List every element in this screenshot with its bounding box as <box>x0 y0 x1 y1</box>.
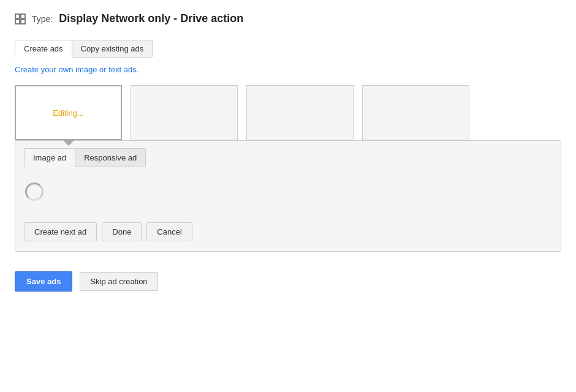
image-ad-tab[interactable]: Image ad <box>24 148 75 167</box>
grid-icon <box>15 13 26 24</box>
svg-rect-3 <box>21 20 25 24</box>
ad-edit-panel: Image ad Responsive ad Create next ad Do… <box>15 140 561 252</box>
page-container: Type: Display Network only - Drive actio… <box>0 0 576 304</box>
svg-rect-2 <box>15 20 20 24</box>
thumb-row: Editing... <box>15 85 561 140</box>
subtitle-text: Create your own image or text ads. <box>15 65 561 74</box>
thumbnails-and-panel: Editing... Image ad Responsive ad Create… <box>15 85 561 252</box>
responsive-ad-tab[interactable]: Responsive ad <box>75 148 146 167</box>
create-ads-tab[interactable]: Create ads <box>15 40 72 58</box>
subtitle-content: Create your own image or text ads. <box>15 65 138 74</box>
create-next-ad-button[interactable]: Create next ad <box>24 222 97 241</box>
ad-edit-content <box>15 167 561 216</box>
ad-thumbnail-1[interactable]: Editing... <box>15 85 122 140</box>
ad-edit-actions: Create next ad Done Cancel <box>15 216 561 251</box>
loading-spinner <box>25 183 44 201</box>
ad-thumbnail-4[interactable] <box>362 85 469 140</box>
ad-thumbnail-2[interactable] <box>131 85 238 140</box>
save-ads-button[interactable]: Save ads <box>15 271 72 292</box>
svg-rect-1 <box>21 14 25 18</box>
cancel-button[interactable]: Cancel <box>146 222 192 241</box>
ad-type-tab-row: Image ad Responsive ad <box>15 141 561 167</box>
type-label: Type: <box>32 14 53 24</box>
svg-rect-0 <box>15 14 20 18</box>
page-title: Display Network only - Drive action <box>59 12 243 25</box>
page-title-row: Type: Display Network only - Drive actio… <box>15 12 561 25</box>
done-button[interactable]: Done <box>102 222 142 241</box>
bottom-actions: Save ads Skip ad creation <box>15 271 561 292</box>
ad-thumbnail-3[interactable] <box>246 85 354 140</box>
copy-existing-ads-tab[interactable]: Copy existing ads <box>72 40 153 58</box>
top-tab-row: Create ads Copy existing ads <box>15 40 561 58</box>
skip-ad-creation-button[interactable]: Skip ad creation <box>80 272 157 291</box>
editing-label: Editing... <box>53 108 84 118</box>
